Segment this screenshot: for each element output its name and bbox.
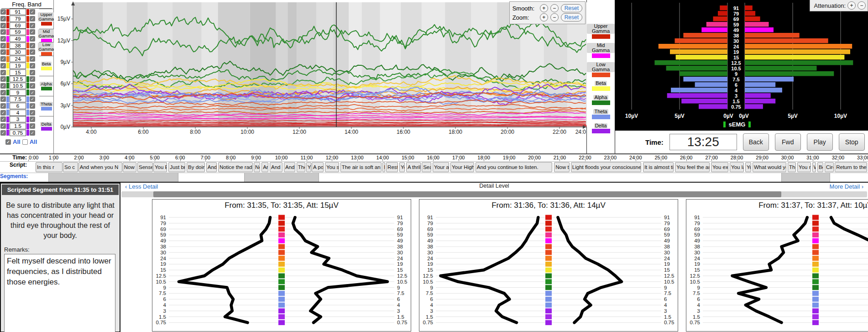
script-segment-box[interactable]: Yo [399, 162, 405, 172]
script-segment-box[interactable]: You ex [711, 162, 728, 172]
zoom-minus-button[interactable]: − [550, 13, 559, 21]
more-detail-link[interactable]: More Detail › [830, 183, 863, 190]
freq-checkbox-right[interactable]: ✓ [30, 96, 35, 102]
freq-checkbox-left[interactable]: ✓ [0, 130, 6, 136]
freq-checkbox-right[interactable]: ✓ [30, 43, 35, 48]
freq-checkbox-right[interactable]: ✓ [30, 70, 35, 75]
freq-checkbox-left[interactable]: ✓ [0, 49, 6, 55]
play-button[interactable]: Play [807, 133, 833, 151]
freq-checkbox-left[interactable]: ✓ [0, 16, 6, 21]
freq-checkbox-right[interactable]: ✓ [30, 103, 35, 109]
time-value-box[interactable]: 13:25 [669, 134, 737, 150]
freq-checkbox-left[interactable]: ✓ [0, 29, 6, 35]
freq-checkbox-left[interactable]: ✓ [0, 43, 6, 48]
freq-checkbox-right[interactable]: ✓ [30, 83, 35, 89]
script-segment-box[interactable]: You [306, 162, 311, 172]
segment-block[interactable] [781, 173, 830, 182]
freq-checkbox-right[interactable]: ✓ [30, 56, 35, 62]
script-segment-box[interactable]: You s [325, 162, 339, 172]
freq-checkbox-right[interactable]: ✓ [30, 116, 35, 122]
script-segment-box[interactable]: N [382, 162, 385, 172]
script-segment-box[interactable]: No [254, 162, 260, 172]
freq-checkbox-right[interactable]: ✓ [30, 23, 35, 28]
script-segment-box[interactable]: Now [123, 162, 136, 172]
script-segment-box[interactable]: You la [730, 162, 744, 172]
freq-checkbox-left[interactable]: ✓ [0, 103, 6, 109]
freq-checkbox-left[interactable]: ✓ [0, 123, 6, 129]
script-segment-box[interactable]: You re [797, 162, 811, 172]
smooth-minus-button[interactable]: − [550, 4, 559, 12]
freq-checkbox-right[interactable]: ✓ [30, 16, 35, 21]
script-segment-box[interactable]: An [261, 162, 268, 172]
freq-checkbox-left[interactable]: ✓ [0, 63, 6, 69]
script-segment-box[interactable]: In this r [36, 162, 63, 172]
script-segment-box[interactable]: You feel the an [675, 162, 710, 172]
time-ruler[interactable]: 0:001:002:003:004:005:006:007:008:009:00… [28, 154, 868, 161]
freq-checkbox-left[interactable]: ✓ [0, 23, 6, 28]
freq-checkbox-left[interactable]: ✓ [0, 70, 6, 75]
freq-checkbox-right[interactable]: ✓ [30, 130, 35, 136]
freq-checkbox-right[interactable]: ✓ [30, 123, 35, 129]
freq-checkbox-left[interactable]: ✓ [0, 96, 6, 102]
less-detail-link[interactable]: ‹ Less Detail [125, 183, 158, 190]
smooth-plus-button[interactable]: + [540, 4, 548, 12]
attenuation-plus-button[interactable]: + [847, 1, 856, 10]
stop-button[interactable]: Stop [839, 133, 865, 151]
script-segment-box[interactable]: The air is soft an [340, 162, 382, 172]
main-eeg-chart[interactable]: 0µV3µV6µV9µV12µV15µV4:006:008:0010:0012:… [54, 0, 587, 153]
script-segment-box[interactable]: Just br [168, 162, 185, 172]
script-segment-box[interactable]: Light floods your consciousne [571, 162, 641, 172]
smooth-reset-button[interactable]: Reset [561, 4, 582, 12]
script-segment-box[interactable]: Your a [433, 162, 449, 172]
script-segment-box[interactable]: And ir [270, 162, 282, 172]
script-segment-box[interactable]: A po [312, 162, 324, 172]
script-segment-box[interactable]: Sense [137, 162, 153, 172]
all-unchecked-checkbox[interactable]: ✓ [22, 139, 28, 145]
script-segment-box[interactable]: W [812, 162, 816, 172]
script-segment-box[interactable]: What would yo [753, 162, 786, 172]
script-segment-box[interactable]: Your High [450, 162, 474, 172]
freq-checkbox-left[interactable]: ✓ [0, 9, 6, 15]
freq-checkbox-right[interactable]: ✓ [30, 76, 35, 82]
freq-checkbox-left[interactable]: ✓ [0, 76, 6, 82]
freq-checkbox-right[interactable]: ✓ [30, 90, 35, 95]
freq-checkbox-left[interactable]: ✓ [0, 36, 6, 42]
script-segment-box[interactable]: And [206, 162, 217, 172]
freq-checkbox-right[interactable]: ✓ [30, 29, 35, 35]
freq-checkbox-left[interactable]: ✓ [0, 56, 6, 62]
script-segment-box[interactable]: Be [817, 162, 823, 172]
freq-checkbox-left[interactable]: ✓ [0, 116, 6, 122]
segment-block[interactable] [48, 173, 178, 182]
script-segment-box[interactable]: Circ [825, 162, 834, 172]
script-segment-box[interactable]: Yo [745, 162, 751, 172]
freq-checkbox-left[interactable]: ✓ [0, 83, 6, 89]
detail-level-slider[interactable] [121, 191, 867, 197]
script-segment-box[interactable]: It is almost ti [643, 162, 674, 172]
all-checked-checkbox[interactable]: ✓ [5, 139, 11, 145]
script-segment-box[interactable]: Now th [554, 162, 570, 172]
freq-checkbox-right[interactable]: ✓ [30, 110, 35, 116]
detail-level-slider-thumb[interactable] [153, 191, 781, 197]
freq-checkbox-right[interactable]: ✓ [30, 63, 35, 69]
freq-checkbox-right[interactable]: ✓ [30, 36, 35, 42]
freq-checkbox-right[interactable]: ✓ [30, 9, 35, 15]
script-segment-box[interactable]: Notice the radianc [218, 162, 253, 172]
script-segment-box[interactable]: The [788, 162, 796, 172]
script-segment-box[interactable]: Rest [386, 162, 398, 172]
segment-block[interactable] [244, 173, 319, 182]
script-segment-box[interactable]: And when you N [78, 162, 122, 172]
zoom-reset-button[interactable]: Reset [561, 13, 582, 21]
script-segment-box[interactable]: Return to the [835, 162, 867, 172]
script-segment-box[interactable]: And t [284, 162, 295, 172]
script-segment-box[interactable]: You E [153, 162, 167, 172]
script-segment-box[interactable]: And you continue to listen. [476, 162, 552, 172]
remarks-textarea[interactable]: Felt myself descend into lower frequenci… [4, 254, 115, 332]
zoom-plus-button[interactable]: + [540, 13, 548, 21]
script-segment-box[interactable]: So c [63, 162, 78, 172]
freq-checkbox-right[interactable]: ✓ [30, 49, 35, 55]
script-segment-box[interactable]: By doing [187, 162, 205, 172]
script-segment-box[interactable]: The [297, 162, 305, 172]
fwd-button[interactable]: Fwd [775, 133, 801, 151]
freq-checkbox-left[interactable]: ✓ [0, 90, 6, 95]
freq-checkbox-left[interactable]: ✓ [0, 110, 6, 116]
